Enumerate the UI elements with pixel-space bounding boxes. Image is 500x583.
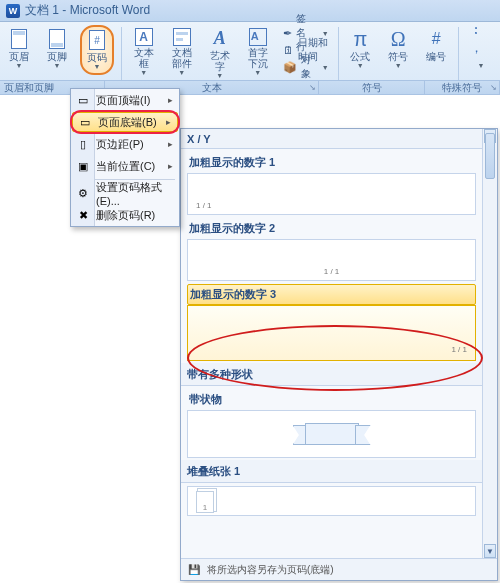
- remove-icon: ✖: [75, 207, 91, 223]
- menu-format-page-numbers[interactable]: ⚙ 设置页码格式(E)...: [71, 182, 179, 204]
- footer-button[interactable]: 页脚 ▼: [42, 25, 72, 73]
- gallery-preview: 1 / 1: [187, 173, 476, 215]
- gallery-preview: 1 / 1: [187, 239, 476, 281]
- menu-bottom-of-page[interactable]: ▭ 页面底端(B) ▸: [72, 112, 178, 132]
- menu-label: 当前位置(C): [96, 159, 163, 174]
- gallery-item-stack1[interactable]: 1: [187, 486, 476, 516]
- number-button[interactable]: # 编号: [421, 25, 451, 73]
- symbol-icon: Ω: [387, 28, 409, 50]
- gallery-category-stack: 堆叠纸张 1: [181, 460, 482, 483]
- format-icon: ⚙: [75, 185, 91, 201]
- object-label: 对象: [301, 53, 316, 81]
- header-button[interactable]: 页眉 ▼: [4, 25, 34, 73]
- wordart-icon: A: [209, 28, 231, 49]
- title-bar: W 文档 1 - Microsoft Word: [0, 0, 500, 22]
- menu-label: 页面顶端(I): [96, 93, 163, 108]
- scroll-down-button[interactable]: ▼: [484, 544, 496, 558]
- menu-remove-page-numbers[interactable]: ✖ 删除页码(R): [71, 204, 179, 226]
- gallery-item-bold1[interactable]: 加粗显示的数字 1 1 / 1: [187, 152, 476, 215]
- gallery-item-title: 带状物: [187, 389, 476, 410]
- equation-button[interactable]: π 公式 ▼: [345, 25, 375, 73]
- margins-icon: ▯: [75, 136, 91, 152]
- gallery-preview: [187, 410, 476, 458]
- submenu-arrow-icon: ▸: [166, 117, 171, 127]
- dialog-launcher-icon[interactable]: ↘: [309, 83, 316, 92]
- scroll-thumb[interactable]: [485, 133, 495, 179]
- gallery-item-bold3[interactable]: 加粗显示的数字 3 1 / 1: [187, 284, 476, 361]
- page-footer-icon: [46, 28, 68, 50]
- gallery-item-title: 加粗显示的数字 1: [187, 152, 476, 173]
- dropcap-icon: A: [247, 28, 269, 46]
- equation-icon: π: [349, 28, 371, 50]
- menu-current-position[interactable]: ▣ 当前位置(C) ▸: [71, 155, 179, 177]
- dropcap-button[interactable]: A 首字下沉 ▼: [243, 25, 273, 73]
- quickparts-button[interactable]: 文档部件 ▼: [167, 25, 197, 73]
- footer-label: 页脚: [47, 51, 67, 62]
- page-bottom-icon: ▭: [77, 114, 93, 130]
- word-app-icon: W: [6, 4, 20, 18]
- wordart-label: 艺术字: [206, 50, 234, 72]
- page-header-icon: [8, 28, 30, 50]
- menu-top-of-page[interactable]: ▭ 页面顶端(I) ▸: [71, 89, 179, 111]
- wordart-button[interactable]: A 艺术字 ▼: [205, 25, 235, 73]
- special-icon: ︰ ，: [470, 28, 492, 50]
- gallery-item-ribbon[interactable]: 带状物: [187, 389, 476, 458]
- gallery-preview: 1: [187, 486, 476, 516]
- page-number-menu: ▭ 页面顶端(I) ▸ ▭ 页面底端(B) ▸ ▯ 页边距(P) ▸ ▣ 当前位…: [70, 88, 180, 227]
- menu-label: 页面底端(B): [98, 115, 161, 130]
- spacer: [480, 51, 483, 62]
- quickparts-icon: [171, 28, 193, 46]
- number-icon: #: [425, 28, 447, 50]
- gallery-category-shapes: 带有多种形状: [181, 363, 482, 386]
- symbol-button[interactable]: Ω 符号 ▼: [383, 25, 413, 73]
- datetime-icon: 🗓: [283, 43, 294, 57]
- page-number-gallery: ▲ ▼ X / Y 加粗显示的数字 1 1 / 1 加粗显示的数字 2 1 / …: [180, 128, 498, 581]
- gallery-preview: 1 / 1: [187, 305, 476, 361]
- textbox-label: 文本框: [130, 47, 158, 69]
- gallery-footer-label: 将所选内容另存为页码(底端): [207, 563, 334, 577]
- equation-label: 公式: [350, 51, 370, 62]
- group-symbols: 符号: [319, 81, 425, 94]
- signature-icon: ✒: [283, 26, 292, 40]
- menu-page-margins[interactable]: ▯ 页边距(P) ▸: [71, 133, 179, 155]
- stack-icon: 1: [196, 491, 214, 513]
- page-number-button[interactable]: 页码 ▼: [80, 25, 114, 75]
- window-title: 文档 1 - Microsoft Word: [25, 2, 150, 19]
- ribbon-shape-icon: [297, 423, 367, 445]
- dropcap-label: 首字下沉: [244, 47, 272, 69]
- pagenum-label: 页码: [87, 52, 107, 63]
- menu-label: 删除页码(R): [96, 208, 173, 223]
- page-number-icon: [86, 29, 108, 51]
- separator: [458, 27, 459, 83]
- gallery-item-title: 加粗显示的数字 2: [187, 218, 476, 239]
- submenu-arrow-icon: ▸: [168, 139, 173, 149]
- textbox-button[interactable]: A 文本框 ▼: [129, 25, 159, 73]
- save-selection-icon: 💾: [187, 563, 201, 577]
- gallery-footer[interactable]: 💾 将所选内容另存为页码(底端): [181, 558, 497, 580]
- textbox-icon: A: [133, 28, 155, 46]
- sample-text: 1 / 1: [196, 201, 212, 210]
- page-top-icon: ▭: [75, 92, 91, 108]
- scrollbar[interactable]: ▲ ▼: [482, 129, 497, 558]
- position-icon: ▣: [75, 158, 91, 174]
- gallery-item-bold2[interactable]: 加粗显示的数字 2 1 / 1: [187, 218, 476, 281]
- ribbon: 页眉 ▼ 页脚 ▼ 页码 ▼ A 文本框 ▼ 文档部件 ▼: [0, 22, 500, 95]
- sample-text: 1 / 1: [324, 267, 340, 276]
- gallery-body: ▲ ▼ X / Y 加粗显示的数字 1 1 / 1 加粗显示的数字 2 1 / …: [181, 129, 497, 558]
- submenu-arrow-icon: ▸: [168, 161, 173, 171]
- object-icon: 📦: [283, 60, 297, 74]
- gallery-category-xy: X / Y: [181, 129, 482, 149]
- object-button[interactable]: 📦对象▼: [280, 59, 332, 75]
- gallery-item-title: 加粗显示的数字 3: [187, 284, 476, 305]
- group-special: 特殊符号↘: [425, 81, 500, 94]
- sample-text: 1 / 1: [451, 345, 467, 354]
- special-sym-button[interactable]: ︰ ， ▼: [466, 25, 496, 73]
- separator: [121, 27, 122, 83]
- separator: [338, 27, 339, 83]
- submenu-arrow-icon: ▸: [168, 95, 173, 105]
- menu-label: 页边距(P): [96, 137, 163, 152]
- number-label: 编号: [426, 51, 446, 62]
- quickparts-label: 文档部件: [168, 47, 196, 69]
- dialog-launcher-icon[interactable]: ↘: [490, 83, 497, 92]
- menu-label: 设置页码格式(E)...: [96, 180, 173, 207]
